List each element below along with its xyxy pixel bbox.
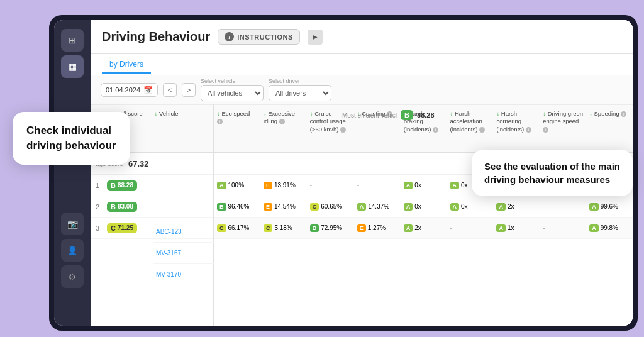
dc-idling-3: C5.18% — [260, 224, 307, 232]
tooltip-left-text: Check individual driving behaviour — [26, 124, 116, 152]
col-h-harsh-corner: ↓ Harsh cornering (incidents) i — [493, 110, 540, 133]
dc-coast-1: - — [354, 182, 401, 189]
col-h-idling: ↓ Excessive idling i — [260, 110, 307, 126]
data-row-2[interactable]: B96.46% E14.54% C60.65% A14.37% A0x A0x … — [214, 196, 633, 218]
dc-cruise-1: - — [307, 182, 354, 189]
dc-coast-3: E1.27% — [354, 224, 401, 232]
background: ⊞ ▦ 📷 👤 ⚙ Driving Behaviour i INSTRUCTIO… — [0, 0, 644, 337]
dc-corner-2: A2x — [493, 203, 540, 211]
sidebar-icon-grid[interactable]: ⊞ — [61, 29, 84, 52]
dc-idling-2: E14.54% — [260, 203, 307, 211]
dc-speed-3: A99.8% — [586, 224, 633, 232]
tabs-bar: by Drivers — [91, 54, 633, 75]
dc-brake-1: A0x — [401, 182, 447, 189]
filters-area: 01.04.2024 📅 < > Select vehicle All vehi… — [91, 75, 633, 104]
info-icon: i — [225, 32, 234, 41]
dc-eco-1: A100% — [214, 182, 260, 189]
driver-filter: Select driver All drivers — [269, 78, 331, 101]
most-efficient-badge: B — [401, 110, 413, 120]
dc-coast-2: A14.37% — [354, 203, 401, 211]
date-input[interactable]: 01.04.2024 📅 — [101, 83, 158, 97]
vehicle-filter-label: Select vehicle — [201, 78, 264, 84]
sidebar-icon-bottom: 📷 👤 ⚙ — [61, 213, 84, 288]
rank-row-2[interactable]: 2 B 83.08 — [91, 196, 213, 218]
col-h-harsh-accel: ↓ Harsh acceleration (incidents) i — [447, 110, 494, 133]
dc-idling-1: E13.91% — [260, 182, 307, 189]
rank-row-3[interactable]: 3 C 71.25 — [91, 218, 213, 239]
tooltip-right-text: See the evaluation of the main driving b… — [484, 161, 620, 185]
most-efficient-area: Most efficient vehicl B 88.28 — [342, 104, 435, 126]
dc-engine-2: - — [540, 203, 586, 210]
col-h-speeding: ↓ Speeding i — [586, 110, 633, 118]
instructions-button[interactable]: i INSTRUCTIONS — [218, 29, 300, 45]
vehicle-filter: Select vehicle All vehicles — [201, 78, 264, 101]
date-value: 01.04.2024 — [106, 86, 140, 94]
next-btn[interactable]: > — [182, 83, 196, 97]
right-data-panel: ↓ Eco speed i ↓ Excessive idling i ↓ Cru… — [214, 104, 633, 326]
rank-num-3: 3 — [96, 224, 103, 232]
col-h-eco: ↓ Eco speed i — [214, 110, 260, 126]
dc-brake-3: A2x — [401, 224, 447, 232]
calendar-icon: 📅 — [143, 86, 153, 94]
rank-num-1: 1 — [96, 182, 103, 189]
rank-row-1[interactable]: 1 B 88.28 — [91, 175, 213, 196]
data-row-3[interactable]: C66.17% C5.18% B72.95% E1.27% A2x - A1x … — [214, 218, 633, 239]
driver-filter-label: Select driver — [269, 78, 331, 84]
tooltip-evaluation: See the evaluation of the main driving b… — [472, 150, 633, 196]
sidebar: ⊞ ▦ 📷 👤 ⚙ — [54, 20, 91, 326]
rank-num-2: 2 — [96, 203, 103, 211]
dc-speed-2: A99.6% — [586, 203, 633, 211]
dc-brake-2: A0x — [401, 203, 447, 211]
dc-engine-3: - — [540, 224, 586, 231]
grade-badge-2: B 83.08 — [107, 202, 137, 212]
page-title: Driving Behaviour — [102, 30, 210, 44]
sidebar-icon-people[interactable]: 👤 — [61, 239, 84, 262]
instructions-label: INSTRUCTIONS — [237, 33, 293, 41]
left-col-vehicle: ↓ Vehicle — [152, 110, 209, 118]
tooltip-check-driving: Check individual driving behaviour — [13, 112, 130, 165]
header-area: Driving Behaviour i INSTRUCTIONS ▶ — [91, 20, 633, 54]
dc-accel-2: A0x — [447, 203, 494, 211]
sidebar-icon-settings[interactable]: ⚙ — [61, 265, 84, 288]
avg-score-value: 67.32 — [128, 159, 149, 168]
play-button[interactable]: ▶ — [308, 30, 323, 45]
most-efficient-label: Most efficient vehicl — [342, 112, 397, 119]
dc-cruise-2: C60.65% — [307, 203, 354, 211]
grade-badge-3: C 71.25 — [107, 223, 137, 233]
dc-eco-2: B96.46% — [214, 203, 260, 211]
col-h-engine: ↓ Driving green engine speed i — [540, 110, 586, 133]
dc-corner-3: A1x — [493, 224, 540, 232]
grade-badge-1: B 88.28 — [107, 180, 137, 191]
vehicle-select[interactable]: All vehicles — [201, 85, 264, 101]
dc-eco-3: C66.17% — [214, 224, 260, 232]
sidebar-icon-dashboard[interactable]: ▦ — [61, 55, 84, 78]
tab-by-drivers[interactable]: by Drivers — [102, 56, 151, 74]
prev-btn[interactable]: < — [163, 83, 177, 97]
most-efficient-score: 88.28 — [417, 111, 435, 119]
sidebar-icon-camera[interactable]: 📷 — [61, 213, 84, 235]
dc-accel-3: - — [447, 224, 494, 231]
driver-select[interactable]: All drivers — [269, 85, 331, 101]
dc-cruise-3: B72.95% — [307, 224, 354, 232]
